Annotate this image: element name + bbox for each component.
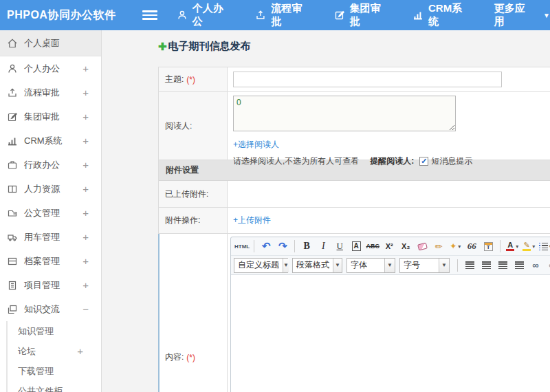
chevron-down-icon: ▼	[543, 12, 550, 19]
expand-plus-icon[interactable]: +	[82, 207, 89, 219]
nav-workflow-approval[interactable]: 流程审批	[255, 2, 311, 28]
paste-as-text-button[interactable]: T	[481, 239, 496, 254]
undo-button[interactable]: ↶	[258, 239, 274, 254]
underline-button[interactable]: U	[332, 239, 347, 254]
nav-group-approval[interactable]: 集团审批	[334, 2, 390, 28]
sidebar-subitem-forum[interactable]: 论坛 +	[8, 341, 101, 361]
sidebar-item-personal-office[interactable]: 个人办公 +	[0, 56, 101, 80]
publish-form: 主题: (*) 阅读人: 0 +选择阅读人 请选择阅	[158, 67, 550, 392]
align-left-button[interactable]	[462, 258, 477, 273]
font-color-button[interactable]: A ▾	[505, 239, 520, 254]
subscript-button[interactable]: X₂	[398, 239, 413, 254]
briefcase-icon	[7, 160, 18, 171]
sidebar-item-group-approval[interactable]: 集团审批 +	[0, 105, 101, 129]
person-icon	[177, 10, 188, 21]
expand-plus-icon[interactable]: +	[82, 231, 89, 243]
sms-checkbox[interactable]: ✓	[419, 157, 428, 166]
sidebar-item-label: 集团审批	[24, 111, 60, 123]
editor-toolbar-row2: 自定义标题 ▼ 段落格式 ▼ 字体 ▼	[231, 256, 550, 274]
custom-heading-select[interactable]: 自定义标题 ▼	[234, 258, 288, 273]
remove-link-button[interactable]: ∞	[544, 258, 550, 273]
toolbar-separator	[254, 240, 254, 252]
subject-row: 主题: (*)	[159, 67, 550, 92]
blockquote-button[interactable]: 66	[464, 239, 479, 254]
ordered-list-button[interactable]: ▾	[538, 239, 550, 254]
select-readers-link[interactable]: +选择阅读人	[233, 139, 279, 151]
insert-link-button[interactable]: ∞	[528, 258, 543, 273]
layers-icon	[7, 304, 18, 315]
expand-plus-icon[interactable]: +	[82, 255, 89, 267]
align-justify-button[interactable]	[512, 258, 527, 273]
edit-square-icon	[7, 111, 18, 122]
readers-textarea[interactable]: 0	[233, 96, 456, 131]
upload-attachment-link[interactable]: +上传附件	[233, 215, 271, 226]
editor-toolbar-row1: HTML ↶ ↷ B I U A ABC X² X₂	[231, 237, 550, 256]
sidebar-item-vehicle-management[interactable]: 用车管理 +	[0, 225, 101, 249]
more-apps-label: 更多应用	[494, 2, 535, 28]
font-family-select[interactable]: 字体 ▼	[346, 258, 395, 273]
sidebar-item-label: 知识交流	[24, 303, 60, 316]
paragraph-format-select[interactable]: 段落格式 ▼	[292, 258, 342, 273]
top-header: PHPOA协同办公软件 个人办公 流程审批 集团审批 CRM系统 更多应用 ▼	[0, 0, 550, 30]
nav-more-apps[interactable]: 更多应用 ▼	[494, 2, 550, 28]
folder-doc-icon	[7, 208, 18, 219]
expand-plus-icon[interactable]: +	[82, 279, 89, 291]
sidebar-subitem-label: 论坛	[18, 345, 36, 358]
expand-plus-icon[interactable]: +	[82, 135, 89, 146]
required-mark: (*)	[186, 75, 195, 85]
sidebar-item-human-resources[interactable]: 人力资源 +	[0, 177, 101, 201]
quick-format-button[interactable]: ✦▾	[448, 239, 463, 254]
sidebar-item-document-management[interactable]: 公文管理 +	[0, 201, 101, 225]
nav-crm-system[interactable]: CRM系统	[412, 2, 472, 28]
superscript-button[interactable]: X²	[382, 239, 397, 254]
sidebar-subitem-download-management[interactable]: 下载管理	[8, 361, 101, 381]
align-justify-icon	[515, 261, 524, 269]
font-style-button[interactable]: A	[349, 239, 364, 254]
toolbar-separator	[457, 259, 458, 272]
expand-plus-icon[interactable]: +	[82, 183, 89, 195]
sidebar-item-workflow-approval[interactable]: 流程审批 +	[0, 80, 101, 105]
uploaded-label: 已上传附件:	[165, 188, 208, 200]
nav-label: CRM系统	[428, 2, 472, 28]
expand-plus-icon[interactable]: +	[82, 63, 89, 74]
redo-button[interactable]: ↷	[275, 239, 290, 254]
remove-format-button[interactable]	[415, 239, 430, 254]
sidebar-item-label: 用车管理	[24, 231, 60, 243]
italic-button[interactable]: I	[316, 239, 331, 254]
knowledge-exchange-submenu: 知识管理 论坛 + 下载管理 公共文件柜	[6, 321, 101, 392]
subject-input[interactable]	[233, 72, 502, 87]
sidebar-item-crm-system[interactable]: CRM系统 +	[0, 129, 101, 153]
sidebar-item-project-management[interactable]: 项目管理 +	[0, 273, 101, 297]
expand-plus-icon[interactable]: +	[82, 111, 89, 122]
nav-label: 集团审批	[350, 2, 391, 28]
editor-content-area[interactable]	[231, 274, 550, 392]
html-source-button[interactable]: HTML	[234, 239, 250, 254]
sidebar-item-label: 行政办公	[24, 159, 60, 171]
nav-label: 流程审批	[271, 2, 312, 28]
book-icon	[7, 184, 18, 195]
sidebar-subitem-knowledge-management[interactable]: 知识管理	[8, 321, 101, 341]
expand-plus-icon[interactable]: +	[82, 87, 89, 98]
readers-value-cell: 0 +选择阅读人 请选择阅读人,不选为所有人可查看 提醒阅读人: ✓ 短消息提示	[228, 92, 550, 160]
app-logo: PHPOA协同办公软件	[0, 8, 130, 23]
ordered-list-icon	[539, 243, 548, 250]
page-title-text: 电子期刊信息发布	[168, 40, 251, 53]
sidebar-item-archive-management[interactable]: 档案管理 +	[0, 249, 101, 273]
bold-button[interactable]: B	[299, 239, 314, 254]
sidebar-item-knowledge-exchange[interactable]: 知识交流 −	[0, 297, 101, 321]
sidebar-subitem-public-file-cabinet[interactable]: 公共文件柜	[8, 381, 101, 392]
collapse-minus-icon[interactable]: −	[82, 303, 89, 315]
hamburger-menu-icon[interactable]	[142, 10, 157, 20]
highlight-color-button[interactable]: ✎ ▾	[521, 239, 536, 254]
sidebar-item-admin-office[interactable]: 行政办公 +	[0, 153, 101, 177]
align-center-button[interactable]	[478, 258, 494, 273]
sidebar-item-personal-desktop[interactable]: 个人桌面	[0, 30, 101, 56]
expand-plus-icon[interactable]: +	[82, 159, 89, 171]
nav-personal-office[interactable]: 个人办公	[177, 2, 233, 28]
align-right-button[interactable]	[495, 258, 510, 273]
format-painter-button[interactable]: ✏	[431, 239, 446, 254]
font-size-select[interactable]: 字号 ▼	[399, 258, 450, 273]
strikethrough-button[interactable]: ABC	[365, 239, 380, 254]
sidebar-item-label: 个人办公	[24, 63, 60, 75]
expand-plus-icon[interactable]: +	[77, 345, 83, 357]
